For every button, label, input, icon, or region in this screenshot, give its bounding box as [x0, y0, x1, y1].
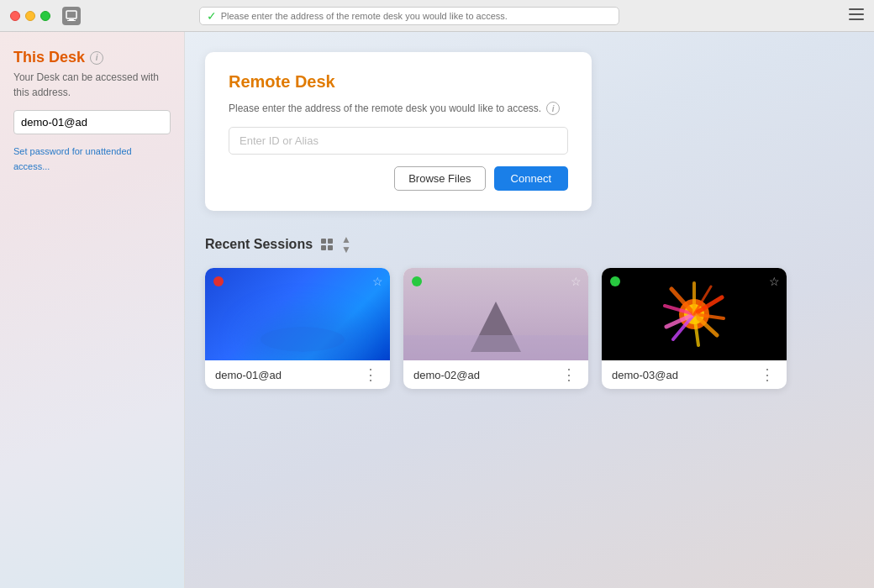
svg-rect-2 [67, 20, 76, 21]
traffic-lights [10, 11, 50, 21]
session-card-1[interactable]: ☆ demo-01@ad ⋮ [205, 268, 390, 389]
session-name-2: demo-02@ad [413, 369, 480, 381]
address-bar[interactable]: ✓ [199, 7, 619, 25]
close-button[interactable] [10, 11, 20, 21]
water-shape [403, 335, 588, 360]
status-dot-1 [213, 276, 224, 286]
card-description: Please enter the address of the remote d… [229, 102, 568, 115]
remote-desk-input[interactable] [229, 127, 568, 155]
more-button-2[interactable]: ⋮ [560, 367, 578, 382]
browse-files-button[interactable]: Browse Files [394, 166, 485, 191]
svg-rect-4 [849, 13, 864, 15]
status-dot-3 [610, 276, 620, 286]
remote-desk-card: Remote Desk Please enter the address of … [205, 52, 592, 211]
session-footer-3: demo-03@ad ⋮ [602, 360, 787, 389]
minimize-button[interactable] [25, 11, 35, 21]
session-footer-2: demo-02@ad ⋮ [403, 360, 588, 389]
star-button-1[interactable]: ☆ [372, 275, 383, 288]
content-area: Remote Desk Please enter the address of … [185, 32, 874, 588]
recent-sessions-header: Recent Sessions ▲▼ [205, 234, 854, 255]
sessions-grid: ☆ demo-01@ad ⋮ ☆ demo-02@ad ⋮ [205, 268, 854, 389]
app-icon [62, 7, 81, 25]
grid-sq-1 [321, 239, 326, 244]
svg-rect-5 [849, 18, 864, 20]
session-thumbnail-3: ☆ [602, 268, 787, 360]
sidebar: This Desk i Your Desk can be accessed wi… [0, 32, 185, 588]
password-link[interactable]: Set password for unattended access... [13, 146, 132, 171]
session-card-3[interactable]: ☆ [602, 268, 787, 389]
recent-sessions-title: Recent Sessions [205, 237, 313, 252]
star-button-2[interactable]: ☆ [571, 275, 582, 288]
sidebar-description: Your Desk can be accessed with this addr… [13, 70, 171, 100]
connect-button[interactable]: Connect [494, 166, 568, 191]
grid-sq-4 [328, 245, 333, 250]
svg-rect-3 [849, 8, 864, 10]
session-thumbnail-2: ☆ [403, 268, 588, 360]
card-actions: Browse Files Connect [229, 166, 568, 191]
svg-rect-0 [66, 11, 76, 18]
session-footer-1: demo-01@ad ⋮ [205, 360, 390, 389]
sidebar-title-text: This Desk [13, 49, 85, 66]
session-name-3: demo-03@ad [612, 369, 678, 381]
grid-view-icon[interactable] [321, 239, 333, 250]
explosion-graphic [656, 276, 732, 352]
star-button-3[interactable]: ☆ [769, 275, 780, 288]
grid-sq-2 [328, 239, 333, 244]
sidebar-info-icon[interactable]: i [90, 51, 103, 65]
status-dot-2 [412, 276, 422, 286]
more-button-3[interactable]: ⋮ [758, 367, 777, 382]
titlebar: ✓ [0, 0, 874, 32]
grid-sq-3 [321, 245, 326, 250]
connection-status-icon: ✓ [207, 9, 217, 23]
sort-icon[interactable]: ▲▼ [341, 234, 351, 255]
desk-id-input[interactable] [13, 110, 171, 134]
main-layout: This Desk i Your Desk can be accessed wi… [0, 32, 874, 588]
more-button-1[interactable]: ⋮ [361, 367, 380, 382]
menu-icon[interactable] [849, 8, 864, 24]
sidebar-title-row: This Desk i [13, 49, 171, 66]
address-input[interactable] [221, 11, 612, 21]
session-name-1: demo-01@ad [215, 369, 282, 381]
session-thumbnail-1: ☆ [205, 268, 390, 360]
session-card-2[interactable]: ☆ demo-02@ad ⋮ [403, 268, 588, 389]
maximize-button[interactable] [40, 11, 50, 21]
card-info-icon[interactable]: i [546, 102, 560, 115]
card-title: Remote Desk [229, 72, 568, 92]
